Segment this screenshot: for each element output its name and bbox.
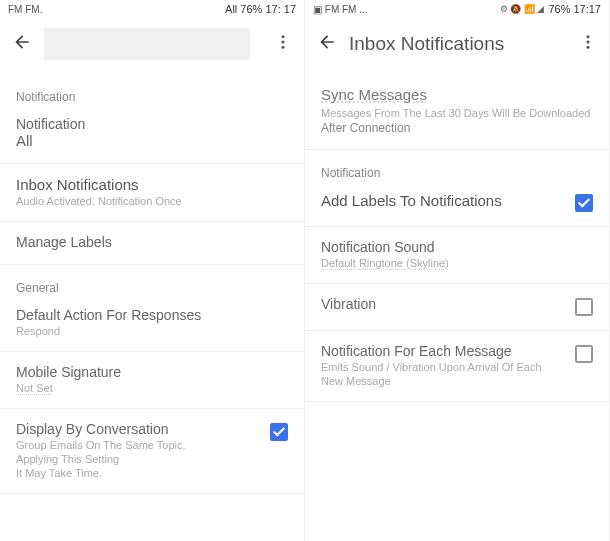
check-sub: It May Take Time.: [16, 467, 270, 479]
status-pct: 76% 17:17: [548, 3, 601, 15]
item-add-labels[interactable]: Add Labels To Notifications: [305, 184, 609, 222]
check-title: Vibration: [321, 296, 575, 312]
check-title: Add Labels To Notifications: [321, 192, 575, 209]
section-label-notif1: Notification: [0, 78, 304, 108]
item-sub: Default Ringtone (Skyline): [321, 257, 593, 269]
divider: [0, 493, 304, 494]
more-icon[interactable]: [579, 33, 597, 55]
item-vibration[interactable]: Vibration: [305, 288, 609, 326]
camera-icon: ▣: [313, 4, 322, 15]
svg-point-2: [282, 46, 285, 49]
divider: [0, 351, 304, 352]
check-sub: Applying This Setting: [16, 453, 270, 465]
divider: [0, 163, 304, 164]
back-icon[interactable]: [12, 32, 32, 56]
item-sub: Respond: [16, 325, 288, 337]
divider: [305, 330, 609, 331]
divider: [0, 408, 304, 409]
svg-point-0: [282, 35, 285, 38]
sync-sub2: After Connection: [305, 119, 609, 145]
item-title: Inbox Notifications: [16, 176, 288, 193]
item-title: Default Action For Responses: [16, 307, 288, 323]
divider: [0, 264, 304, 265]
check-title: Notification For Each Message: [321, 343, 575, 359]
item-title: Manage Labels: [16, 234, 288, 250]
check-title: Display By Conversation: [16, 421, 270, 437]
status-right: All 76% 17: 17: [225, 3, 296, 15]
checkbox-add-labels[interactable]: [575, 194, 593, 212]
check-sub: New Message: [321, 375, 575, 387]
status-icons: ⚙ 🔕 📶 ◢: [500, 4, 545, 14]
svg-point-3: [587, 35, 590, 38]
status-right: ⚙ 🔕 📶 ◢ 76% 17:17: [500, 3, 601, 15]
status-left: ▣ FM FM ...: [313, 4, 368, 15]
item-each-message[interactable]: Notification For Each Message Emits Soun…: [305, 335, 609, 397]
svg-point-1: [282, 41, 285, 44]
status-bar: FM FM. All 76% 17: 17: [0, 0, 304, 18]
item-sub: Audio Activated. Notification Once: [16, 195, 288, 207]
svg-point-4: [587, 41, 590, 44]
item-title: Notification Sound: [321, 239, 593, 255]
item-default-action[interactable]: Default Action For Responses Respond: [0, 299, 304, 347]
status-left: FM FM.: [8, 4, 42, 15]
app-bar: [0, 18, 304, 70]
section-label-general: General: [0, 269, 304, 299]
checkbox-each-message[interactable]: [575, 345, 593, 363]
more-icon[interactable]: [274, 33, 292, 55]
check-sub: Emits Sound / Vibration Upon Arrival Of …: [321, 361, 575, 373]
status-bar: ▣ FM FM ... ⚙ 🔕 📶 ◢ 76% 17:17: [305, 0, 609, 18]
item-notification-all[interactable]: Notification All: [0, 108, 304, 159]
divider: [305, 283, 609, 284]
right-screen: ▣ FM FM ... ⚙ 🔕 📶 ◢ 76% 17:17 Inbox Noti…: [305, 0, 610, 541]
divider: [305, 226, 609, 227]
left-screen: FM FM. All 76% 17: 17 Notification Notif…: [0, 0, 305, 541]
item-inbox-notifications[interactable]: Inbox Notifications Audio Activated. Not…: [0, 168, 304, 217]
content: Notification Notification All Inbox Noti…: [0, 70, 304, 541]
divider: [0, 221, 304, 222]
divider: [305, 149, 609, 150]
item-manage-labels[interactable]: Manage Labels: [0, 226, 304, 260]
back-icon[interactable]: [317, 32, 337, 56]
content: Sync Messages Messages From The Last 30 …: [305, 70, 609, 541]
item-mobile-signature[interactable]: Mobile Signature Not Set: [0, 356, 304, 404]
checkbox-vibration[interactable]: [575, 298, 593, 316]
check-sub: Group Emails On The Same Topic.: [16, 439, 270, 451]
app-bar: Inbox Notifications: [305, 18, 609, 70]
item-sync-messages[interactable]: Sync Messages: [305, 86, 609, 103]
svg-point-5: [587, 46, 590, 49]
item-title: Mobile Signature: [16, 364, 288, 380]
item-title: Notification: [16, 116, 288, 132]
checkbox-display-conversation[interactable]: [270, 423, 288, 441]
item-sub: Not Set: [16, 382, 288, 394]
title-placeholder: [44, 28, 250, 60]
item-value: All: [16, 132, 288, 149]
item-display-conversation[interactable]: Display By Conversation Group Emails On …: [0, 413, 304, 489]
section-label-notif: Notification: [305, 154, 609, 184]
page-title: Inbox Notifications: [349, 33, 567, 55]
sync-sub1: Messages From The Last 30 Days Will Be D…: [305, 103, 609, 119]
divider: [305, 401, 609, 402]
item-notification-sound[interactable]: Notification Sound Default Ringtone (Sky…: [305, 231, 609, 279]
